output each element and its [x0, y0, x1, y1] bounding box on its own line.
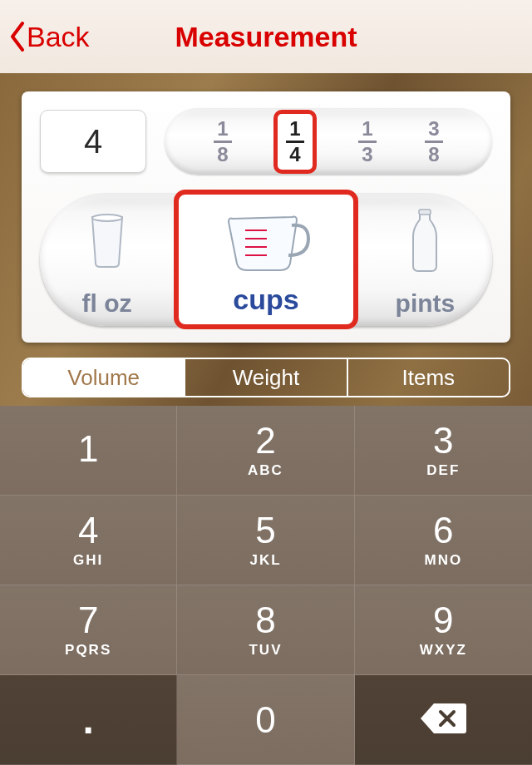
tab-volume[interactable]: Volume — [23, 359, 185, 396]
measurement-panel: 4 18 14 13 38 fl oz — [22, 91, 510, 343]
fraction-option-3[interactable]: 38 — [418, 116, 450, 168]
fraction-list: 18 14 13 38 — [165, 110, 492, 174]
key-decimal[interactable]: . — [0, 675, 177, 765]
svg-point-0 — [92, 215, 122, 221]
amount-input[interactable]: 4 — [40, 110, 146, 173]
key-8[interactable]: 8TUV — [177, 585, 354, 675]
key-3[interactable]: 3DEF — [355, 406, 532, 496]
unit-label: fl oz — [82, 289, 132, 318]
unit-label: pints — [396, 289, 456, 318]
key-9[interactable]: 9WXYZ — [355, 585, 532, 675]
content-area: 4 18 14 13 38 fl oz — [0, 73, 532, 406]
fraction-picker[interactable]: 18 14 13 38 — [165, 108, 492, 175]
unit-option-cups[interactable]: cups — [174, 190, 358, 329]
unit-option-pints[interactable]: pints — [358, 193, 492, 326]
key-5[interactable]: 5JKL — [177, 496, 354, 585]
milk-bottle-icon — [358, 193, 492, 289]
back-button[interactable]: Back — [0, 20, 90, 53]
unit-row: fl oz cups — [40, 193, 492, 326]
tab-weight[interactable]: Weight — [185, 359, 347, 396]
unit-label: cups — [233, 284, 298, 316]
key-4[interactable]: 4GHI — [0, 496, 177, 585]
fraction-option-1[interactable]: 14 — [273, 110, 317, 174]
amount-row: 4 18 14 13 38 — [40, 106, 492, 176]
key-2[interactable]: 2ABC — [177, 406, 354, 496]
key-7[interactable]: 7PQRS — [0, 585, 177, 675]
back-label: Back — [27, 21, 90, 53]
category-tabs: Volume Weight Items — [22, 358, 510, 397]
key-0[interactable]: 0 — [177, 675, 354, 765]
key-backspace[interactable] — [355, 675, 532, 765]
unit-picker[interactable]: fl oz cups — [40, 193, 492, 326]
shot-glass-icon — [40, 193, 174, 289]
unit-option-floz[interactable]: fl oz — [40, 193, 174, 326]
backspace-icon — [419, 702, 467, 738]
numeric-keypad: 1 2ABC 3DEF 4GHI 5JKL 6MNO 7PQRS 8TUV 9W… — [0, 406, 532, 765]
nav-bar: Back Measurement — [0, 0, 532, 73]
page-title: Measurement — [175, 21, 357, 53]
tab-items[interactable]: Items — [348, 359, 509, 396]
key-1[interactable]: 1 — [0, 406, 177, 496]
key-6[interactable]: 6MNO — [355, 496, 532, 585]
chevron-left-icon — [8, 20, 27, 53]
fraction-option-0[interactable]: 18 — [207, 116, 239, 168]
measuring-cup-icon — [179, 195, 353, 284]
svg-rect-5 — [419, 210, 431, 215]
fraction-option-2[interactable]: 13 — [352, 116, 383, 168]
